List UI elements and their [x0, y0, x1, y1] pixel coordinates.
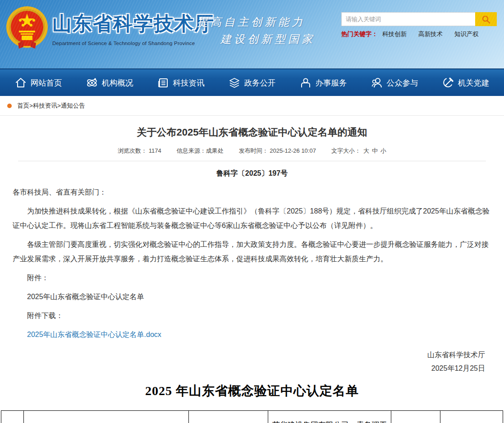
meta-divider [18, 161, 486, 161]
home-icon [15, 77, 27, 89]
nav-item-news[interactable]: 科技资讯 [157, 77, 205, 89]
info-source: 信息来源：成果处 [177, 147, 224, 155]
paragraph-1: 为加快推进科技成果转化，根据《山东省概念验证中心建设工作指引》（鲁科字〔2025… [13, 204, 491, 233]
hot-keyword-link-3[interactable]: 知识产权 [454, 30, 479, 38]
site-slogan: 提高自主创新能力 建设创新型国家 [197, 14, 315, 48]
nav-item-services[interactable]: 办事服务 [300, 77, 347, 89]
nav-label: 公众参与 [387, 77, 418, 88]
fontsize-large-button[interactable]: 大 [363, 147, 369, 154]
hot-keywords: 热门关键字： 科技创新 高新技术 知识产权 [341, 30, 497, 38]
breadcrumb-bar: 首页>科技资讯>通知公告 [0, 96, 504, 116]
attachment-download-link[interactable]: 2025年山东省概念验证中心认定名单.docx [27, 331, 161, 338]
table-heading: 2025 年山东省概念验证中心认定名单 [0, 382, 504, 400]
search-area: 热门关键字： 科技创新 高新技术 知识产权 [341, 12, 497, 38]
nav-item-gov-info[interactable]: 政务公开 [229, 77, 276, 89]
table-row: 4 山东省新型建筑材料技术概念验证中心 青岛理工大学 荣华建设集团有限公司、青岛… [1, 411, 503, 423]
layers-icon [229, 77, 240, 89]
hot-keyword-link-1[interactable]: 科技创新 [382, 30, 407, 38]
fontsize-medium-button[interactable]: 中 [372, 147, 378, 154]
article-meta: 浏览次数： 1174 信息来源：成果处 发布时间： 2025-12-26 10:… [13, 147, 491, 155]
nav-label: 政务公开 [244, 77, 276, 88]
page-title: 关于公布2025年山东省概念验证中心认定名单的通知 [13, 116, 491, 139]
nav-label: 办事服务 [316, 77, 347, 88]
site-brand: 山东省科学技术厅 Department of Science & Technol… [52, 11, 215, 46]
fontsize-small-button[interactable]: 小 [380, 147, 386, 154]
fontsize-control: 文字大小：大中小 [331, 147, 386, 155]
news-icon [157, 77, 169, 89]
hot-keyword-link-2[interactable]: 高新技术 [418, 30, 443, 38]
signature-org: 山东省科学技术厅 [13, 348, 485, 362]
signature-block: 山东省科学技术厅 2025年12月25日 [13, 348, 491, 375]
cell-lead-org: 青岛理工大学 [188, 411, 268, 423]
document-number: 鲁科字〔2025〕197号 [13, 169, 491, 178]
search-input[interactable] [341, 12, 475, 26]
nav-item-participation[interactable]: 公众参与 [371, 77, 418, 89]
slogan-line1: 提高自主创新能力 [197, 14, 315, 31]
user-icon [300, 77, 312, 89]
nav-item-about[interactable]: 机构概况 [86, 77, 133, 89]
party-icon [442, 77, 454, 89]
site-header: 山东省科学技术厅 Department of Science & Technol… [0, 0, 504, 68]
nav-label: 科技资讯 [173, 77, 205, 88]
search-button[interactable] [475, 12, 497, 26]
hot-keywords-label: 热门关键字： [341, 30, 378, 38]
national-emblem-logo [5, 5, 49, 50]
site-subtitle: Department of Science & Technology of Sh… [52, 41, 215, 46]
paragraph-2: 各级主管部门要高度重视，切实强化对概念验证中心的工作指导，加大政策支持力度。各概… [13, 237, 491, 266]
nav-item-home[interactable]: 网站首页 [15, 77, 62, 89]
nav-label: 机构概况 [102, 77, 133, 88]
cell-index: 4 [1, 411, 24, 423]
cell-partner-orgs: 荣华建设集团有限公司、青岛理工大学科技发展集团有限公司 [268, 411, 391, 423]
certification-list-table: 4 山东省新型建筑材料技术概念验证中心 青岛理工大学 荣华建设集团有限公司、青岛… [1, 410, 503, 423]
breadcrumb[interactable]: 首页>科技资讯>通知公告 [17, 102, 85, 110]
atom-icon [86, 77, 98, 89]
nav-item-party[interactable]: 机关党建 [442, 77, 490, 89]
signature-date: 2025年12月25日 [13, 362, 485, 375]
cell-field: 建筑材料 [391, 411, 440, 423]
cell-competent-dept: 山东省教育厅 [440, 411, 503, 423]
fontsize-label: 文字大小： [331, 147, 361, 154]
attachment-label: 附件： [13, 271, 491, 285]
views-count: 浏览次数： 1174 [118, 147, 161, 155]
nav-label: 网站首页 [31, 77, 62, 88]
main-nav: 网站首页 机构概况 科技资讯 政务公开 办事 [0, 68, 504, 96]
search-icon [481, 15, 490, 24]
publish-time: 发布时间： 2025-12-26 10:07 [239, 147, 316, 155]
download-label: 附件下载： [13, 309, 491, 323]
attachment-name: 2025年山东省概念验证中心认定名单 [13, 290, 491, 304]
people-icon [371, 77, 383, 89]
article: 关于公布2025年山东省概念验证中心认定名单的通知 浏览次数： 1174 信息来… [0, 116, 504, 375]
salutation: 各市科技局、省直有关部门： [13, 185, 491, 200]
nav-label: 机关党建 [458, 77, 490, 88]
cell-center-name: 山东省新型建筑材料技术概念验证中心 [23, 411, 188, 423]
slogan-line2: 建设创新型国家 [220, 31, 315, 48]
breadcrumb-dot-icon [7, 104, 12, 108]
site-title: 山东省科学技术厅 [52, 11, 215, 37]
